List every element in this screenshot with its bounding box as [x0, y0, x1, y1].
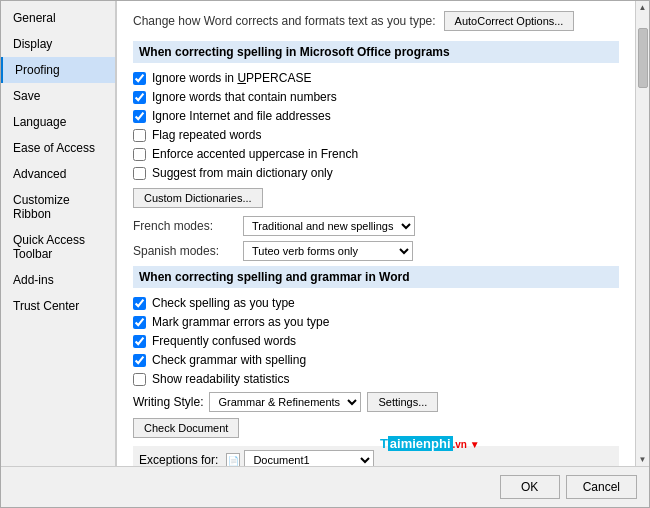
writing-style-select[interactable]: Grammar & Refinements Grammar Only — [209, 392, 361, 412]
checkbox-suggest-main-label: Suggest from main dictionary only — [152, 166, 333, 180]
sidebar-item-display[interactable]: Display — [1, 31, 115, 57]
watermark: Taimienphi.vn ▼ — [380, 436, 480, 451]
checkbox-enforce-accented-label: Enforce accented uppercase in French — [152, 147, 358, 161]
sidebar-item-ease-of-access[interactable]: Ease of Access — [1, 135, 115, 161]
custom-dict-btn-row: Custom Dictionaries... — [133, 188, 619, 208]
dialog-footer: Taimienphi.vn ▼ OK Cancel — [1, 466, 649, 507]
section1-header: When correcting spelling in Microsoft Of… — [133, 41, 619, 63]
checkbox-suggest-main-input[interactable] — [133, 167, 146, 180]
custom-dictionaries-button[interactable]: Custom Dictionaries... — [133, 188, 263, 208]
main-content: Change how Word corrects and formats tex… — [116, 1, 635, 466]
exceptions-row: Exceptions for: 📄 Document1 — [133, 446, 619, 466]
sidebar-item-advanced[interactable]: Advanced — [1, 161, 115, 187]
sidebar-item-quick-access[interactable]: Quick Access Toolbar — [1, 227, 115, 267]
watermark-t: T — [380, 436, 388, 451]
checkbox-readability-input[interactable] — [133, 373, 146, 386]
checkbox-frequently-confused-input[interactable] — [133, 335, 146, 348]
check-document-button[interactable]: Check Document — [133, 418, 239, 438]
checkbox-ignore-numbers: Ignore words that contain numbers — [133, 90, 619, 104]
scroll-up-arrow[interactable]: ▲ — [637, 1, 649, 14]
checkbox-readability: Show readability statistics — [133, 372, 619, 386]
spanish-mode-select[interactable]: Tuteo verb forms only Voseo verb forms o… — [243, 241, 413, 261]
checkbox-ignore-uppercase-input[interactable] — [133, 72, 146, 85]
writing-style-label: Writing Style: — [133, 395, 203, 409]
ok-button[interactable]: OK — [500, 475, 560, 499]
checkbox-frequently-confused-label: Frequently confused words — [152, 334, 296, 348]
checkbox-check-spelling: Check spelling as you type — [133, 296, 619, 310]
top-label: Change how Word corrects and formats tex… — [133, 14, 436, 28]
checkbox-ignore-numbers-label: Ignore words that contain numbers — [152, 90, 337, 104]
french-mode-label: French modes: — [133, 219, 243, 233]
sidebar-item-save[interactable]: Save — [1, 83, 115, 109]
checkbox-check-grammar-spelling-input[interactable] — [133, 354, 146, 367]
checkbox-check-spelling-input[interactable] — [133, 297, 146, 310]
checkbox-suggest-main: Suggest from main dictionary only — [133, 166, 619, 180]
sidebar-item-customize-ribbon[interactable]: Customize Ribbon — [1, 187, 115, 227]
checkbox-check-grammar-spelling-label: Check grammar with spelling — [152, 353, 306, 367]
scroll-down-arrow[interactable]: ▼ — [637, 453, 649, 466]
spanish-mode-row: Spanish modes: Tuteo verb forms only Vos… — [133, 241, 619, 261]
document-icon: 📄 — [226, 453, 240, 466]
checkbox-mark-grammar-input[interactable] — [133, 316, 146, 329]
french-mode-row: French modes: Traditional and new spelli… — [133, 216, 619, 236]
watermark-vn: .vn ▼ — [453, 439, 480, 450]
checkbox-check-grammar-spelling: Check grammar with spelling — [133, 353, 619, 367]
sidebar-item-proofing[interactable]: Proofing — [1, 57, 115, 83]
sidebar-item-language[interactable]: Language — [1, 109, 115, 135]
sidebar-item-trust-center[interactable]: Trust Center — [1, 293, 115, 319]
sidebar-item-addins[interactable]: Add-ins — [1, 267, 115, 293]
checkbox-enforce-accented: Enforce accented uppercase in French — [133, 147, 619, 161]
scrollbar-thumb[interactable] — [638, 28, 648, 88]
checkbox-readability-label: Show readability statistics — [152, 372, 289, 386]
checkbox-enforce-accented-input[interactable] — [133, 148, 146, 161]
checkbox-ignore-internet: Ignore Internet and file addresses — [133, 109, 619, 123]
top-row: Change how Word corrects and formats tex… — [133, 11, 619, 31]
checkbox-flag-repeated-input[interactable] — [133, 129, 146, 142]
checkbox-mark-grammar-label: Mark grammar errors as you type — [152, 315, 329, 329]
checkbox-mark-grammar: Mark grammar errors as you type — [133, 315, 619, 329]
checkbox-ignore-uppercase: Ignore words in UPPERCASE — [133, 71, 619, 85]
cancel-button[interactable]: Cancel — [566, 475, 637, 499]
checkbox-ignore-internet-input[interactable] — [133, 110, 146, 123]
checkbox-ignore-numbers-input[interactable] — [133, 91, 146, 104]
checkbox-frequently-confused: Frequently confused words — [133, 334, 619, 348]
checkbox-ignore-internet-label: Ignore Internet and file addresses — [152, 109, 331, 123]
exceptions-select[interactable]: Document1 — [244, 450, 374, 466]
checkbox-ignore-uppercase-label: Ignore words in UPPERCASE — [152, 71, 311, 85]
section2-header: When correcting spelling and grammar in … — [133, 266, 619, 288]
scrollbar[interactable]: ▲ ▼ — [635, 1, 649, 466]
autocorrect-options-button[interactable]: AutoCorrect Options... — [444, 11, 575, 31]
exceptions-label: Exceptions for: — [139, 453, 218, 466]
french-mode-select[interactable]: Traditional and new spellings Traditiona… — [243, 216, 415, 236]
writing-style-row: Writing Style: Grammar & Refinements Gra… — [133, 392, 619, 412]
sidebar-item-general[interactable]: General — [1, 5, 115, 31]
settings-button[interactable]: Settings... — [367, 392, 438, 412]
checkbox-check-spelling-label: Check spelling as you type — [152, 296, 295, 310]
spanish-mode-label: Spanish modes: — [133, 244, 243, 258]
checkbox-flag-repeated-label: Flag repeated words — [152, 128, 261, 142]
sidebar: General Display Proofing Save Language E… — [1, 1, 116, 466]
checkbox-flag-repeated: Flag repeated words — [133, 128, 619, 142]
watermark-rest: aimienphi — [388, 436, 453, 451]
